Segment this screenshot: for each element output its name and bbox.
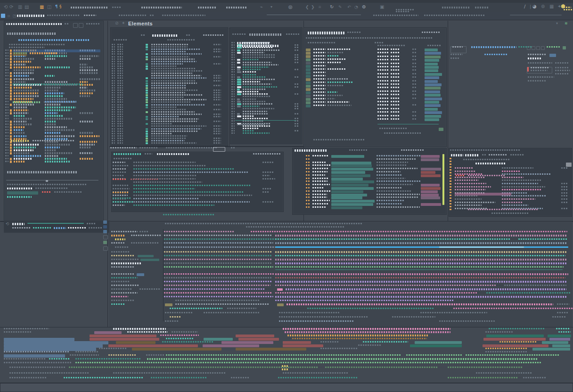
outline-panel[interactable] bbox=[230, 27, 303, 144]
pilcrow-icon[interactable]: ¶ bbox=[55, 5, 58, 9]
text-stripe bbox=[452, 46, 463, 48]
text-stripe bbox=[331, 184, 368, 187]
structure-icon[interactable]: ▥ bbox=[18, 5, 22, 9]
elements-header[interactable]: ⊘✦▾≋ bbox=[109, 20, 572, 27]
rollback-icon[interactable]: ↶ bbox=[347, 5, 351, 9]
scroll-chip-column[interactable] bbox=[103, 220, 109, 257]
main-toolbar[interactable]: ⟲⟳▥▤▦◫¶§⌁▾◎❮❯⌗↻✎↶◔⚙▣∕❘◕⊜▦✦⬢ bbox=[0, 3, 573, 12]
text-stripe bbox=[112, 58, 115, 60]
layout-icon[interactable]: ▦ bbox=[549, 4, 554, 9]
project-icon[interactable]: ▦ bbox=[40, 5, 44, 9]
text-stripe bbox=[111, 262, 141, 264]
text-stripe bbox=[80, 141, 97, 143]
text-stripe bbox=[113, 185, 129, 186]
redo-icon[interactable]: ⟳ bbox=[9, 5, 13, 9]
separator-icon[interactable]: ❘ bbox=[529, 5, 532, 9]
text-stripe bbox=[13, 101, 41, 103]
flash-icon[interactable]: ⌁ bbox=[260, 5, 263, 9]
grid-icon[interactable]: ⌗ bbox=[319, 5, 321, 9]
text-stripe bbox=[80, 132, 93, 134]
text-stripe bbox=[331, 174, 370, 177]
text-stripe bbox=[133, 168, 234, 170]
window-tab-icon[interactable]: ◳ bbox=[13, 14, 16, 18]
text-stripe bbox=[275, 270, 563, 270]
edit-icon[interactable]: ✎ bbox=[338, 5, 342, 9]
text-stripe bbox=[425, 104, 441, 107]
text-stripe bbox=[231, 123, 235, 124]
text-stripe bbox=[112, 85, 115, 86]
text-stripe bbox=[541, 46, 545, 50]
undo-icon[interactable]: ⟲ bbox=[4, 5, 8, 9]
filter-icon[interactable]: ⊘ bbox=[115, 21, 119, 25]
zoom-icon[interactable]: ∕ bbox=[524, 4, 525, 9]
text-stripe bbox=[45, 135, 75, 137]
text-stripe bbox=[295, 93, 299, 95]
text-stripe bbox=[5, 135, 8, 137]
text-stripe bbox=[5, 158, 8, 159]
text-stripe bbox=[5, 81, 8, 82]
text-stripe bbox=[421, 203, 441, 206]
editor-tab-icon[interactable]: ▫ bbox=[8, 14, 10, 18]
back-icon[interactable]: ❮ bbox=[305, 5, 309, 9]
watch-table-panel[interactable] bbox=[303, 27, 447, 147]
inspector-panel[interactable] bbox=[449, 27, 572, 146]
timer-icon[interactable]: ◔ bbox=[354, 5, 358, 9]
minimize-icon[interactable]: ⊜ bbox=[541, 4, 545, 9]
text-stripe bbox=[10, 61, 12, 63]
text-stripe bbox=[231, 86, 235, 88]
text-stripe bbox=[237, 103, 241, 105]
text-stripe bbox=[111, 235, 125, 237]
collapse-icon[interactable]: ▾ bbox=[556, 22, 558, 25]
text-stripe bbox=[112, 44, 115, 45]
console-output[interactable] bbox=[109, 221, 572, 327]
text-stripe bbox=[448, 367, 523, 368]
text-stripe bbox=[243, 96, 270, 97]
text-stripe bbox=[279, 312, 339, 313]
text-stripe bbox=[531, 70, 548, 71]
diff-panel[interactable] bbox=[292, 148, 447, 215]
text-stripe bbox=[10, 112, 12, 114]
profile-icon[interactable]: ◕ bbox=[532, 4, 537, 9]
reload-icon[interactable]: ⟲ bbox=[6, 222, 9, 226]
notification-icon[interactable]: ⬢ bbox=[561, 4, 565, 9]
messages-panel[interactable] bbox=[111, 152, 284, 212]
text-stripe bbox=[113, 204, 125, 206]
tab-bar[interactable]: ▫◳ bbox=[0, 12, 573, 20]
text-stripe bbox=[5, 109, 8, 111]
text-stripe bbox=[331, 162, 371, 164]
text-stripe bbox=[80, 58, 91, 60]
text-stripe bbox=[237, 98, 240, 100]
caret-down-icon[interactable]: ▾ bbox=[270, 5, 272, 9]
tool-window-icon[interactable]: ▣ bbox=[380, 5, 384, 9]
refresh-icon[interactable]: ↻ bbox=[330, 5, 334, 9]
text-stripe bbox=[5, 69, 8, 71]
run-target-icon[interactable]: ◎ bbox=[288, 5, 293, 9]
log-detail-panel[interactable] bbox=[449, 148, 572, 217]
text-stripe bbox=[80, 92, 93, 94]
text-stripe bbox=[425, 118, 439, 121]
text-stripe bbox=[306, 168, 310, 169]
sync-status-icon[interactable]: ≋ bbox=[565, 22, 568, 25]
text-stripe bbox=[213, 121, 221, 122]
text-stripe bbox=[111, 296, 128, 297]
settings-icon[interactable]: ⚙ bbox=[362, 5, 366, 9]
text-stripe bbox=[377, 168, 417, 169]
forward-icon[interactable]: ❯ bbox=[311, 5, 315, 9]
text-stripe bbox=[552, 316, 566, 318]
left-code-panel[interactable] bbox=[4, 21, 104, 221]
text-stripe bbox=[14, 104, 34, 106]
symbols-panel[interactable] bbox=[110, 27, 228, 146]
sparkle-icon[interactable]: ✦ bbox=[122, 21, 125, 25]
text-stripe bbox=[107, 21, 108, 327]
text-stripe bbox=[14, 87, 32, 89]
list-icon[interactable]: ▤ bbox=[25, 5, 29, 9]
left-status-strip[interactable]: ⟲ bbox=[4, 220, 110, 233]
section-icon[interactable]: § bbox=[59, 5, 62, 9]
elements-header-label[interactable]: Elements bbox=[128, 21, 153, 26]
text-stripe bbox=[111, 231, 138, 232]
terminal-output[interactable] bbox=[0, 327, 573, 384]
text-stripe bbox=[396, 9, 415, 10]
bottom-status-bar[interactable] bbox=[0, 383, 573, 392]
text-stripe bbox=[117, 82, 123, 84]
split-view-icon[interactable]: ◫ bbox=[47, 5, 51, 9]
